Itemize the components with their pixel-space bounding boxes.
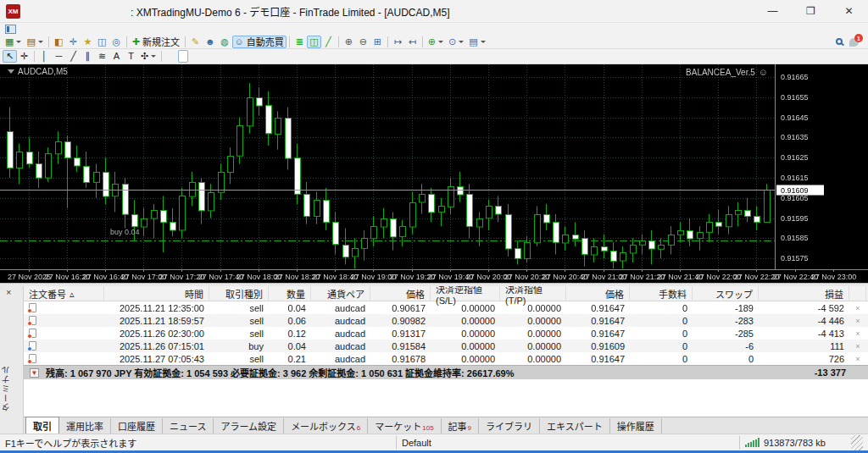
data-window-button[interactable]: ✛ — [66, 36, 81, 48]
timeframe-button[interactable] — [168, 50, 178, 63]
chart-candles-button[interactable]: ◫ — [307, 36, 321, 48]
terminal-tab[interactable]: 口座履歴 — [111, 418, 163, 434]
timeframe-button[interactable] — [229, 50, 239, 63]
notifications-icon[interactable]: 1 — [849, 36, 861, 47]
toolbar-icon: ≣ — [296, 37, 303, 47]
zoom-in-button[interactable]: ⊕ — [342, 36, 356, 48]
channel-tool[interactable]: ∥ — [81, 50, 95, 63]
templates-button[interactable]: ▤ — [466, 36, 487, 48]
column-order-number[interactable]: 注文番号 ▵ — [24, 286, 104, 301]
fibonacci-tool[interactable]: ≋ — [95, 50, 109, 63]
terminal-tab[interactable]: 運用比率 — [59, 418, 111, 434]
new-order-button[interactable]: ✚ 新規注文 — [130, 36, 182, 48]
objects-tool[interactable]: ✣ — [138, 50, 159, 63]
indicators-button[interactable]: ⊕ — [426, 36, 446, 48]
terminal-tab[interactable]: 記事 9 — [442, 418, 479, 434]
close-position-icon[interactable]: × — [849, 317, 866, 325]
status-profile[interactable]: Default — [396, 436, 739, 450]
one-click-trading-arrow-icon[interactable] — [8, 69, 14, 74]
timeframe-button[interactable] — [219, 50, 229, 63]
cell-time: 2025.11.27 07:05:43 — [104, 354, 209, 364]
candlestick-chart[interactable] — [0, 64, 868, 283]
periods-button[interactable]: ⊙ — [446, 36, 466, 48]
new-chart-button[interactable]: ▦ — [3, 36, 24, 48]
terminal-tab[interactable]: ニュース — [163, 418, 214, 434]
auto-scroll-button[interactable]: ↦ — [391, 36, 405, 48]
algo-trading-button[interactable]: ☺ 自動売買 — [232, 36, 287, 48]
terminal-tab[interactable]: ライブラリ — [479, 418, 540, 434]
column-price[interactable]: 価格 — [370, 286, 431, 301]
cell-sl: 0.00000 — [431, 316, 500, 326]
table-row[interactable]: 2025.11.27 07:05:43 sell 0.21 audcad 0.9… — [24, 352, 868, 365]
chart-line-button[interactable]: ╱ — [321, 36, 336, 48]
close-position-icon[interactable]: × — [849, 329, 866, 338]
timeframe-button[interactable] — [198, 50, 209, 63]
column-sl[interactable]: 決済逆指値(S/L) — [431, 286, 500, 301]
child-window-icon[interactable] — [5, 25, 16, 34]
chart-shift-button[interactable]: ↤ — [405, 36, 420, 48]
timeframe-button[interactable] — [188, 50, 198, 63]
terminal-tab[interactable]: メールボックス 6 — [284, 418, 368, 434]
profiles-button[interactable]: ▤ — [24, 36, 45, 48]
metaeditor-button[interactable]: ✎ — [188, 36, 203, 48]
table-row[interactable]: 2025.11.26 02:30:00 sell 0.12 audcad 0.9… — [24, 327, 868, 340]
timeframe-button[interactable] — [209, 50, 219, 63]
horizontal-line-tool[interactable]: ─ — [52, 50, 66, 63]
chart-bars-button[interactable]: ≣ — [292, 36, 307, 48]
column-time[interactable]: 時間 — [104, 286, 209, 301]
terminal-tab[interactable]: マーケット 105 — [368, 418, 441, 434]
web-terminal-button[interactable]: ◍ — [218, 36, 232, 48]
column-tp[interactable]: 決済指値(T/P) — [500, 286, 566, 301]
status-traffic[interactable]: 913873/783 kb — [739, 436, 868, 450]
minimize-button[interactable]: — — [754, 0, 792, 22]
label-tool[interactable]: T — [124, 50, 138, 63]
terminal-strip-label[interactable]: ターミナル — [0, 365, 24, 412]
maximize-button[interactable]: ❐ — [792, 0, 830, 22]
cell-swap: -283 — [693, 316, 759, 326]
close-position-icon[interactable]: × — [849, 355, 866, 363]
timeframe-button[interactable] — [249, 50, 259, 63]
toolbox-button[interactable]: ◫ — [95, 36, 109, 48]
table-row[interactable]: 2025.11.21 18:59:57 sell 0.06 audcad 0.9… — [24, 314, 868, 327]
toolbar-button-label: 自動売買 — [247, 35, 284, 48]
column-volume[interactable]: 数量 — [269, 286, 311, 301]
cursor-tool[interactable]: ↖ — [3, 50, 17, 63]
summary-arrow-icon[interactable]: ▼ — [30, 368, 39, 378]
market-watch-button[interactable]: ◧ — [52, 36, 66, 48]
column-symbol[interactable]: 通貨ペア — [311, 286, 370, 301]
timeframe-button[interactable] — [239, 50, 249, 63]
column-type[interactable]: 取引種別 — [209, 286, 269, 301]
column-profit[interactable]: 損益 — [759, 286, 849, 301]
cell-profit: -4 592 — [759, 303, 849, 313]
column-price-current[interactable]: 価格 — [566, 286, 630, 301]
column-commission[interactable]: 手数料 — [630, 286, 693, 301]
navigator-button[interactable]: ★ — [81, 36, 95, 48]
chart-symbol-label[interactable]: AUDCAD,M5 — [8, 67, 68, 76]
timeframe-button[interactable] — [178, 50, 188, 63]
close-position-icon[interactable]: × — [849, 342, 866, 351]
column-swap[interactable]: スワップ — [693, 286, 759, 301]
tile-windows-button[interactable]: ⊞ — [370, 36, 385, 48]
terminal-tab[interactable]: 取引 — [25, 417, 59, 434]
table-row[interactable]: 2025.11.21 12:35:00 sell 0.04 audcad 0.9… — [24, 301, 868, 314]
search-icon[interactable] — [836, 38, 843, 45]
close-position-icon[interactable]: × — [849, 304, 866, 312]
ea-smiley-icon[interactable]: ☺ — [759, 67, 768, 77]
community-button[interactable]: ☻ — [203, 36, 218, 48]
chevron-down-icon — [438, 41, 443, 43]
trendline-tool[interactable]: ╱ — [66, 50, 81, 63]
zoom-out-button[interactable]: ⊖ — [356, 36, 370, 48]
terminal-tab[interactable]: エキスパート — [540, 418, 610, 434]
crosshair-tool[interactable]: ✛ — [17, 50, 31, 63]
strategy-tester-button[interactable]: ◎ — [109, 36, 124, 48]
close-button[interactable]: ✕ — [830, 0, 868, 22]
table-row[interactable]: 2025.11.26 07:15:01 buy 0.04 audcad 0.91… — [24, 340, 868, 352]
resize-grip[interactable] — [851, 435, 863, 450]
text-tool[interactable]: A — [109, 50, 124, 63]
cell-volume: 0.04 — [269, 341, 311, 351]
vertical-line-tool[interactable]: │ — [37, 50, 52, 63]
terminal-close-icon[interactable]: × — [6, 288, 11, 297]
cell-profit: 726 — [759, 354, 849, 364]
terminal-tab[interactable]: 操作履歴 — [610, 418, 662, 434]
terminal-tab[interactable]: アラーム設定 — [214, 418, 284, 434]
